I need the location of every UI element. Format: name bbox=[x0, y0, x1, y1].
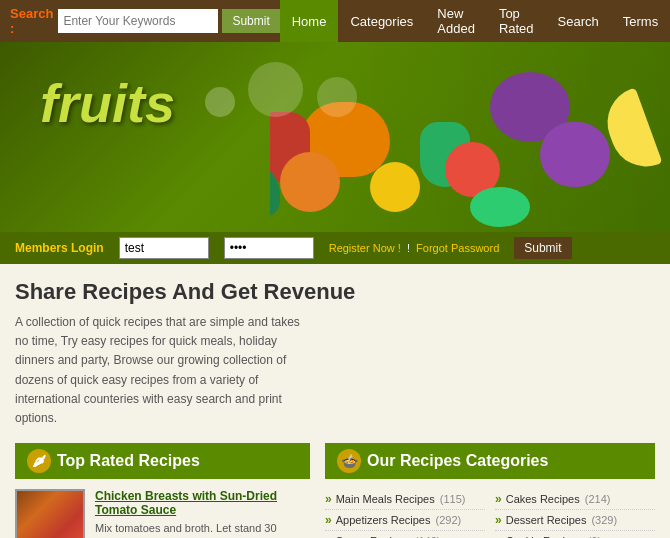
recipe-info: Chicken Breasts with Sun-Dried Tomato Sa… bbox=[95, 489, 310, 538]
password-input[interactable] bbox=[224, 237, 314, 259]
cat-count: (214) bbox=[585, 493, 611, 505]
cat-count: (292) bbox=[436, 514, 462, 526]
categories-right-col: »Cakes Recipes (214) »Dessert Recipes (3… bbox=[495, 489, 655, 538]
search-label: Search : bbox=[10, 6, 53, 36]
category-item: »Cakes Recipes (214) bbox=[495, 489, 655, 510]
cat-count: (329) bbox=[591, 514, 617, 526]
main-content: Share Recipes And Get Revenue A collecti… bbox=[0, 264, 670, 538]
main-headline: Share Recipes And Get Revenue bbox=[15, 279, 655, 305]
categories-grid: »Main Meals Recipes (115) »Appetizers Re… bbox=[325, 489, 655, 538]
recipe-title[interactable]: Chicken Breasts with Sun-Dried Tomato Sa… bbox=[95, 489, 310, 517]
pot-icon: 🍲 bbox=[337, 449, 361, 473]
categories-title: Our Recipes Categories bbox=[367, 452, 548, 470]
cat-arrow-icon: » bbox=[495, 534, 502, 538]
nav-new-added[interactable]: New Added bbox=[425, 0, 487, 42]
top-rated-header: 🌶 Top Rated Recipes bbox=[15, 443, 310, 479]
nav-search[interactable]: Search bbox=[546, 0, 611, 42]
cat-arrow-icon: » bbox=[495, 492, 502, 506]
top-rated-column: 🌶 Top Rated Recipes Chicken Breasts with… bbox=[15, 443, 310, 538]
search-input[interactable] bbox=[58, 9, 218, 33]
login-submit-button[interactable]: Submit bbox=[514, 237, 571, 259]
category-item: »Main Meals Recipes (115) bbox=[325, 489, 485, 510]
categories-left-col: »Main Meals Recipes (115) »Appetizers Re… bbox=[325, 489, 485, 538]
login-links: Register Now ! ! Forgot Password bbox=[329, 242, 500, 254]
members-login-label: Members Login bbox=[15, 241, 104, 255]
nav-terms[interactable]: Terms bbox=[611, 0, 670, 42]
top-rated-title: Top Rated Recipes bbox=[57, 452, 200, 470]
register-link[interactable]: Register Now ! bbox=[329, 242, 401, 254]
cat-arrow-icon: » bbox=[325, 492, 332, 506]
top-bar: Search : Submit Home Categories New Adde… bbox=[0, 0, 670, 42]
categories-header: 🍲 Our Recipes Categories bbox=[325, 443, 655, 479]
cat-arrow-icon: » bbox=[495, 513, 502, 527]
banner: fruits bbox=[0, 42, 670, 232]
chili-icon: 🌶 bbox=[27, 449, 51, 473]
category-link[interactable]: Cakes Recipes (214) bbox=[506, 493, 611, 505]
login-bar: Members Login Register Now ! ! Forgot Pa… bbox=[0, 232, 670, 264]
cat-arrow-icon: » bbox=[325, 534, 332, 538]
category-item: »Dessert Recipes (329) bbox=[495, 510, 655, 531]
forgot-password-link[interactable]: Forgot Password bbox=[416, 242, 499, 254]
categories-column: 🍲 Our Recipes Categories »Main Meals Rec… bbox=[325, 443, 655, 538]
main-description: A collection of quick recipes that are s… bbox=[15, 313, 305, 428]
category-item: »Soups Recipes (142) bbox=[325, 531, 485, 538]
category-item: »Cookie Recipes (9) bbox=[495, 531, 655, 538]
nav-home[interactable]: Home bbox=[280, 0, 339, 42]
recipe-description: Mix tomatoes and broth. Let stand 30 min… bbox=[95, 520, 310, 538]
category-link[interactable]: Dessert Recipes (329) bbox=[506, 514, 617, 526]
cat-arrow-icon: » bbox=[325, 513, 332, 527]
nav-categories[interactable]: Categories bbox=[338, 0, 425, 42]
category-link[interactable]: Appetizers Recipes (292) bbox=[336, 514, 462, 526]
recipe-thumbnail bbox=[15, 489, 85, 538]
main-nav: Home Categories New Added Top Rated Sear… bbox=[280, 0, 670, 42]
recipe-item: Chicken Breasts with Sun-Dried Tomato Sa… bbox=[15, 489, 310, 538]
category-link[interactable]: Main Meals Recipes (115) bbox=[336, 493, 466, 505]
two-column-layout: 🌶 Top Rated Recipes Chicken Breasts with… bbox=[15, 443, 655, 538]
search-button[interactable]: Submit bbox=[222, 9, 279, 33]
nav-top-rated[interactable]: Top Rated bbox=[487, 0, 546, 42]
cat-count: (115) bbox=[440, 493, 466, 505]
category-item: »Appetizers Recipes (292) bbox=[325, 510, 485, 531]
banner-title: fruits bbox=[0, 42, 670, 134]
username-input[interactable] bbox=[119, 237, 209, 259]
